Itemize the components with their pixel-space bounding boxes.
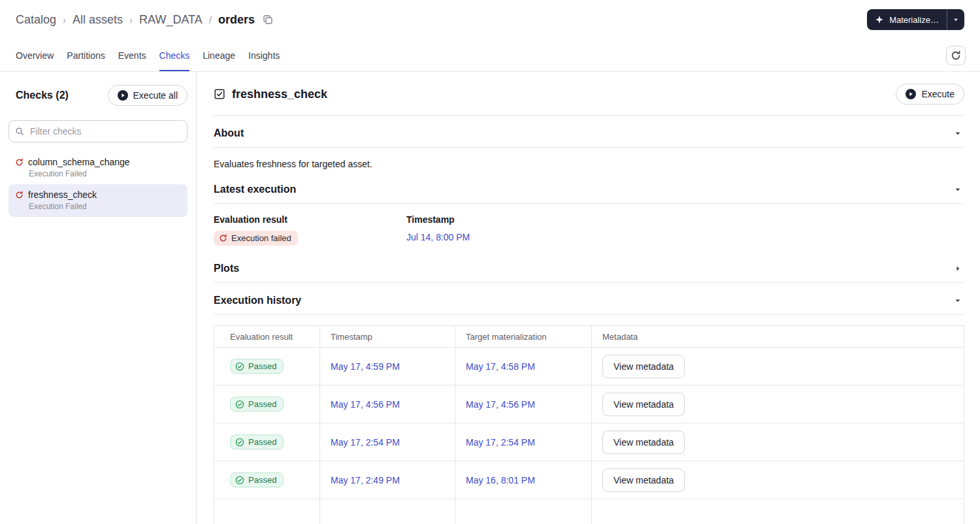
check-status: Execution Failed: [29, 169, 181, 178]
tab-events[interactable]: Events: [118, 39, 146, 71]
status-badge-label: Passed: [248, 475, 276, 485]
about-description: Evaluates freshness for targeted asset.: [214, 148, 964, 172]
status-badge-passed: Passed: [230, 359, 284, 374]
sidebar-item-freshness_check[interactable]: freshness_check Execution Failed: [8, 184, 188, 217]
section-execution-history-header[interactable]: Execution history: [214, 283, 964, 315]
cell-metadata: View metadata: [592, 348, 964, 385]
status-badge-passed: Passed: [230, 434, 284, 450]
breadcrumb-link[interactable]: Catalog: [16, 13, 56, 27]
check-circle-icon: [235, 476, 244, 485]
execute-all-label: Execute all: [133, 90, 178, 101]
section-plots-header[interactable]: Plots: [214, 251, 964, 283]
timestamp-link[interactable]: May 17, 2:49 PM: [331, 475, 400, 485]
checks-count-title: Checks (2): [16, 90, 69, 101]
breadcrumb-link[interactable]: All assets: [73, 13, 123, 27]
execute-all-button[interactable]: Execute all: [108, 85, 188, 106]
execute-button[interactable]: Execute: [896, 84, 964, 105]
tab-label: Insights: [248, 50, 280, 61]
cell-metadata: View metadata: [592, 461, 964, 499]
target-materialization-link[interactable]: May 17, 2:54 PM: [466, 437, 535, 448]
target-materialization-link[interactable]: May 16, 8:01 PM: [466, 475, 535, 485]
check-status: Execution Failed: [29, 202, 181, 211]
cell-target-materialization: May 17, 4:56 PM: [455, 385, 592, 423]
timestamp-link[interactable]: May 17, 4:56 PM: [331, 399, 400, 410]
check-title: freshness_check: [232, 88, 327, 101]
tab-insights[interactable]: Insights: [248, 39, 280, 71]
materialize-button-group: Materialize…: [867, 9, 964, 30]
column-header: Timestamp: [320, 326, 455, 347]
timestamp-link[interactable]: May 17, 4:59 PM: [331, 361, 400, 372]
page: Catalog › All assets › RAW_DATA / orders…: [0, 0, 980, 524]
evaluation-result-label: Evaluation result: [214, 214, 406, 225]
target-materialization-link[interactable]: May 17, 4:56 PM: [466, 399, 535, 410]
target-materialization-link[interactable]: May 17, 4:58 PM: [466, 361, 535, 372]
chevron-right-icon: [954, 265, 962, 272]
breadcrumb-current: orders: [218, 13, 255, 27]
check-circle-icon: [235, 438, 244, 447]
section-plots: Plots: [214, 251, 964, 283]
sidebar-item-column_schema_change[interactable]: column_schema_change Execution Failed: [8, 152, 188, 184]
table-row: Passed May 17, 2:49 PM May 16, 8:01 PM V…: [214, 461, 964, 499]
status-badge-label: Passed: [248, 437, 276, 447]
filter-checks-input[interactable]: [8, 120, 188, 142]
tab-partitions[interactable]: Partitions: [67, 39, 105, 71]
cell-evaluation-result: Passed: [214, 423, 320, 461]
tab-overview[interactable]: Overview: [16, 39, 54, 71]
breadcrumb-separator: /: [209, 14, 212, 25]
caret-down-icon: [953, 16, 959, 23]
breadcrumb: Catalog › All assets › RAW_DATA / orders: [16, 13, 273, 27]
table-row: Passed May 17, 4:59 PM May 17, 4:58 PM V…: [214, 348, 964, 385]
execution-history-table: Evaluation resultTimestampTarget materia…: [214, 325, 964, 524]
section-about-header[interactable]: About: [214, 116, 964, 148]
cell-evaluation-result: Passed: [214, 461, 320, 499]
view-metadata-button[interactable]: View metadata: [602, 468, 685, 492]
materialize-dropdown-button[interactable]: [947, 9, 964, 30]
content: Checks (2) Execute all column_schema_: [0, 72, 980, 524]
section-latest-execution-title: Latest execution: [214, 184, 296, 195]
checks-sidebar: Checks (2) Execute all column_schema_: [0, 72, 197, 524]
cell-target-materialization: May 17, 2:54 PM: [455, 423, 592, 461]
tab-label: Checks: [159, 50, 190, 61]
search-icon: [15, 127, 24, 136]
play-circle-icon: [906, 89, 916, 99]
section-execution-history-title: Execution history: [214, 295, 301, 306]
tab-label: Lineage: [203, 50, 235, 61]
breadcrumb-link[interactable]: RAW_DATA: [139, 13, 203, 27]
status-badge-execution-failed: Execution failed: [214, 231, 298, 246]
section-execution-history: Execution history Evaluation resultTimes…: [214, 283, 964, 524]
sparkle-icon: [875, 15, 884, 24]
column-header: Metadata: [592, 326, 964, 347]
timestamp-label: Timestamp: [406, 214, 470, 225]
copy-icon[interactable]: [263, 14, 273, 25]
breadcrumb-item: Catalog ›: [16, 13, 66, 27]
tab-lineage[interactable]: Lineage: [203, 39, 235, 71]
cell-timestamp: May 17, 2:54 PM: [320, 423, 455, 461]
tab-bar-wrap: Overview Partitions Events Checks Lineag…: [0, 39, 980, 72]
history-table-head: Evaluation resultTimestampTarget materia…: [214, 326, 964, 348]
breadcrumb-separator: ›: [63, 14, 66, 25]
view-metadata-button[interactable]: View metadata: [602, 393, 685, 416]
cell-timestamp: May 17, 4:59 PM: [320, 348, 455, 385]
materialize-button[interactable]: Materialize…: [867, 9, 947, 30]
column-header: Evaluation result: [214, 326, 320, 347]
cell-evaluation-result: Passed: [214, 348, 320, 385]
timestamp-link[interactable]: May 17, 2:54 PM: [331, 437, 400, 448]
latest-timestamp-link[interactable]: Jul 14, 8:00 PM: [406, 232, 470, 242]
refresh-button[interactable]: [946, 46, 966, 65]
table-row: Passed May 17, 2:54 PM May 17, 2:54 PM V…: [214, 423, 964, 461]
status-badge-passed: Passed: [230, 472, 284, 487]
check-name: column_schema_change: [28, 157, 130, 167]
materialize-label: Materialize…: [889, 15, 939, 25]
breadcrumb-crumbs: Catalog › All assets › RAW_DATA /: [16, 13, 212, 27]
chevron-down-icon: [954, 129, 962, 137]
history-table-body: Passed May 17, 4:59 PM May 17, 4:58 PM V…: [214, 348, 964, 499]
execution-failed-icon: [219, 234, 227, 242]
status-badge-label: Passed: [248, 361, 276, 371]
tab-checks[interactable]: Checks: [159, 39, 190, 71]
view-metadata-button[interactable]: View metadata: [602, 355, 685, 378]
section-latest-execution-header[interactable]: Latest execution: [214, 172, 964, 204]
check-list: column_schema_change Execution Failed fr…: [8, 152, 188, 217]
execute-label: Execute: [921, 89, 955, 99]
view-metadata-button[interactable]: View metadata: [602, 431, 685, 454]
cell-target-materialization: May 17, 4:58 PM: [455, 348, 592, 385]
